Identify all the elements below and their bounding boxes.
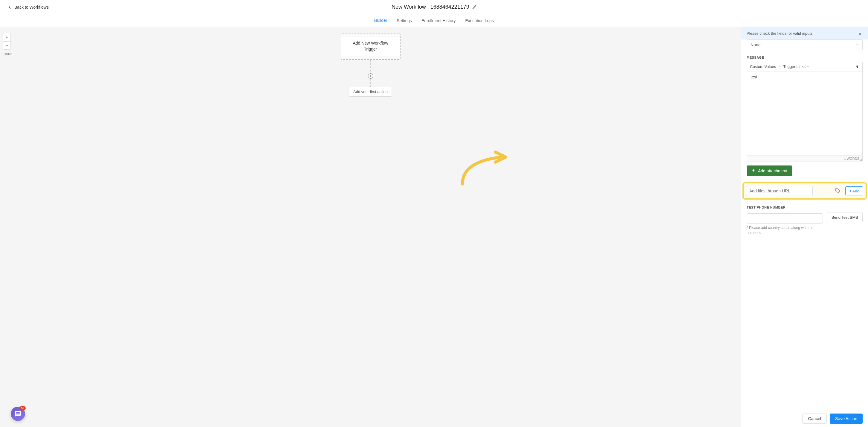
add-step-button[interactable]: + — [368, 73, 373, 79]
send-test-sms-button[interactable]: Send Test SMS — [827, 212, 863, 222]
alert-text: Please check the fields for valid inputs — [747, 31, 812, 36]
editor-content: test — [750, 75, 757, 79]
select-value: None — [750, 42, 761, 47]
tab-enrollment-history[interactable]: Enrollment History — [422, 15, 456, 26]
back-to-workflows[interactable]: Back to Workflows — [7, 4, 49, 10]
tab-settings[interactable]: Settings — [397, 15, 412, 26]
message-label: MESSAGE — [747, 56, 863, 59]
chevron-down-icon — [855, 43, 859, 47]
validation-alert: Please check the fields for valid inputs… — [741, 27, 868, 39]
first-action-placeholder[interactable]: Add your first action — [349, 87, 392, 97]
message-textarea[interactable]: test — [747, 72, 862, 155]
help-text: * Please add country codes along with th… — [747, 225, 823, 235]
custom-values-dropdown[interactable]: Custom Values — [750, 64, 780, 69]
zoom-in-button[interactable]: + — [3, 33, 11, 41]
attach-label: Add attachment — [758, 168, 787, 173]
tab-builder[interactable]: Builder — [374, 15, 388, 26]
resize-handle-icon[interactable] — [859, 158, 862, 161]
trigger-links-dropdown[interactable]: Trigger Links — [783, 64, 810, 69]
test-phone-input[interactable] — [747, 214, 823, 224]
connector-line — [370, 79, 371, 87]
add-attachment-button[interactable]: Add attachment — [747, 166, 792, 176]
close-icon[interactable]: × — [859, 31, 863, 35]
chevron-down-icon — [777, 65, 780, 68]
trigger-label: Add New Workflow Trigger — [341, 37, 400, 56]
upload-icon — [751, 169, 755, 173]
file-url-input[interactable] — [746, 186, 813, 196]
pilcrow-icon[interactable] — [855, 65, 859, 69]
workflow-canvas[interactable]: + − 100% Add New Workflow Trigger + Add … — [0, 27, 741, 427]
tab-execution-logs[interactable]: Execution Logs — [465, 15, 494, 26]
zoom-out-button[interactable]: − — [3, 41, 11, 50]
chevron-down-icon — [807, 65, 810, 68]
chat-widget-button[interactable]: 55 — [11, 407, 25, 421]
save-action-button[interactable]: Save Action — [830, 414, 863, 424]
chevron-left-icon — [7, 4, 12, 10]
zoom-percentage: 100% — [3, 52, 12, 56]
url-highlight-annotation: + Add — [742, 182, 867, 200]
add-trigger-box[interactable]: Add New Workflow Trigger — [341, 33, 401, 60]
pencil-icon[interactable] — [472, 5, 476, 9]
chat-icon — [14, 410, 22, 418]
cancel-button[interactable]: Cancel — [802, 414, 827, 424]
add-url-button[interactable]: + Add — [845, 187, 863, 195]
workflow-title: New Workflow : 1688464221179 — [392, 4, 469, 10]
chat-badge: 55 — [20, 406, 26, 410]
back-label: Back to Workflows — [14, 5, 49, 9]
test-phone-label: TEST PHONE NUMBER — [747, 205, 823, 209]
tag-icon[interactable] — [835, 188, 840, 194]
template-select[interactable]: None — [747, 39, 863, 50]
word-count: 1 WORDS — [844, 157, 859, 161]
action-side-panel: Please check the fields for valid inputs… — [741, 27, 868, 427]
arrow-annotation-icon — [459, 150, 510, 186]
connector-line — [370, 60, 371, 75]
